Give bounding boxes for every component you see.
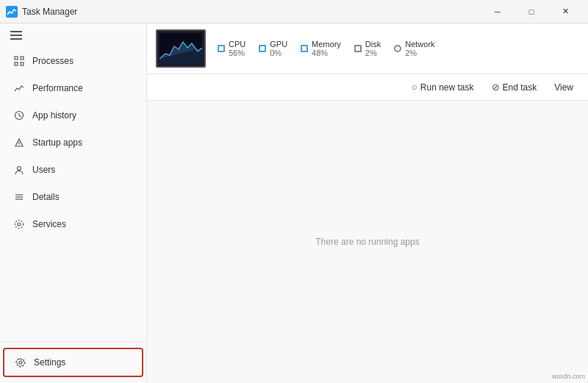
view-button[interactable]: View <box>548 79 579 96</box>
svg-point-8 <box>18 145 19 146</box>
gpu-value: 0% <box>270 49 287 57</box>
run-icon: ○ <box>412 82 417 93</box>
memory-info: Memory 48% <box>312 40 341 57</box>
services-icon <box>13 218 25 230</box>
cpu-info: CPU 56% <box>229 40 245 57</box>
perf-stat-gpu[interactable]: GPU 0% <box>259 40 287 57</box>
sidebar-item-performance-label: Performance <box>32 83 83 93</box>
cpu-indicator <box>218 45 225 52</box>
startup-icon <box>13 137 25 148</box>
svg-rect-0 <box>6 6 18 18</box>
sidebar-item-details-label: Details <box>32 192 60 202</box>
disk-label: Disk <box>365 40 381 49</box>
minimize-button[interactable]: ─ <box>481 0 514 24</box>
app-icon <box>6 6 18 18</box>
cpu-label: CPU <box>229 40 245 49</box>
sidebar: Processes Performance App history <box>0 24 147 383</box>
perf-stats: CPU 56% GPU 0% Memory <box>218 40 435 57</box>
end-task-label: End task <box>503 82 537 93</box>
run-new-task-label: Run new task <box>420 82 474 93</box>
processes-icon <box>13 55 25 67</box>
main-layout: Processes Performance App history <box>0 24 588 383</box>
sidebar-item-users-label: Users <box>32 165 55 175</box>
gpu-label: GPU <box>270 40 287 49</box>
sidebar-item-settings-label: Settings <box>34 357 65 368</box>
disk-info: Disk 2% <box>365 40 381 57</box>
svg-rect-2 <box>15 62 18 65</box>
window-title: Task Manager <box>22 7 77 17</box>
svg-point-14 <box>15 221 24 229</box>
svg-point-9 <box>18 167 21 171</box>
cpu-value: 56% <box>229 49 245 57</box>
main-content: There are no running apps <box>147 101 588 383</box>
network-indicator <box>394 45 401 52</box>
content-area: CPU 56% GPU 0% Memory <box>147 24 588 383</box>
network-value: 2% <box>405 49 434 57</box>
watermark: wsxdn.com <box>552 373 585 380</box>
sidebar-item-startup-label: Startup apps <box>32 137 82 148</box>
svg-rect-4 <box>21 62 24 65</box>
users-icon <box>13 164 25 176</box>
svg-rect-1 <box>15 57 18 60</box>
memory-value: 48% <box>312 49 341 57</box>
maximize-button[interactable]: □ <box>514 0 548 24</box>
memory-label: Memory <box>312 40 341 49</box>
settings-icon <box>15 357 26 368</box>
network-label: Network <box>405 40 434 49</box>
sidebar-item-users[interactable]: Users <box>3 157 143 183</box>
view-label: View <box>554 82 573 93</box>
memory-indicator <box>301 45 308 52</box>
sidebar-bottom: Settings <box>0 341 146 383</box>
end-icon: ⊘ <box>492 82 500 93</box>
close-button[interactable]: ✕ <box>548 0 582 24</box>
svg-rect-3 <box>21 57 24 60</box>
disk-value: 2% <box>365 49 381 57</box>
sidebar-nav: Processes Performance App history <box>0 47 146 341</box>
disk-indicator <box>354 45 362 52</box>
sidebar-item-performance[interactable]: Performance <box>3 75 143 101</box>
sidebar-item-processes-label: Processes <box>32 56 74 66</box>
svg-point-15 <box>19 361 22 364</box>
sidebar-item-details[interactable]: Details <box>3 184 143 210</box>
window-controls: ─ □ ✕ <box>481 0 582 24</box>
sidebar-item-app-history-label: App history <box>32 110 76 121</box>
gpu-info: GPU 0% <box>270 40 287 57</box>
details-icon <box>13 191 25 203</box>
perf-header: CPU 56% GPU 0% Memory <box>147 24 588 74</box>
sidebar-item-services[interactable]: Services <box>3 211 143 237</box>
perf-chart-thumbnail[interactable] <box>156 29 206 68</box>
network-info: Network 2% <box>405 40 434 57</box>
sidebar-item-app-history[interactable]: App history <box>3 102 143 129</box>
sidebar-item-settings[interactable]: Settings <box>3 348 143 377</box>
app-history-icon <box>13 110 25 121</box>
no-apps-message: There are no running apps <box>315 237 419 247</box>
title-bar: Task Manager ─ □ ✕ <box>0 0 588 24</box>
sidebar-item-processes[interactable]: Processes <box>3 48 143 74</box>
performance-icon <box>13 82 25 94</box>
sidebar-item-services-label: Services <box>32 219 66 229</box>
hamburger-icon <box>10 31 136 40</box>
toolbar: ○ Run new task ⊘ End task View <box>147 74 588 101</box>
perf-stat-disk[interactable]: Disk 2% <box>354 40 381 57</box>
perf-stat-network[interactable]: Network 2% <box>394 40 434 57</box>
hamburger-menu[interactable] <box>0 24 146 47</box>
title-bar-left: Task Manager <box>6 6 77 18</box>
sidebar-item-startup-apps[interactable]: Startup apps <box>3 129 143 156</box>
svg-point-13 <box>18 223 21 226</box>
end-task-button[interactable]: ⊘ End task <box>486 79 543 96</box>
perf-stat-memory[interactable]: Memory 48% <box>301 40 341 57</box>
perf-stat-cpu[interactable]: CPU 56% <box>218 40 245 57</box>
gpu-indicator <box>259 45 266 52</box>
run-new-task-button[interactable]: ○ Run new task <box>406 79 480 96</box>
